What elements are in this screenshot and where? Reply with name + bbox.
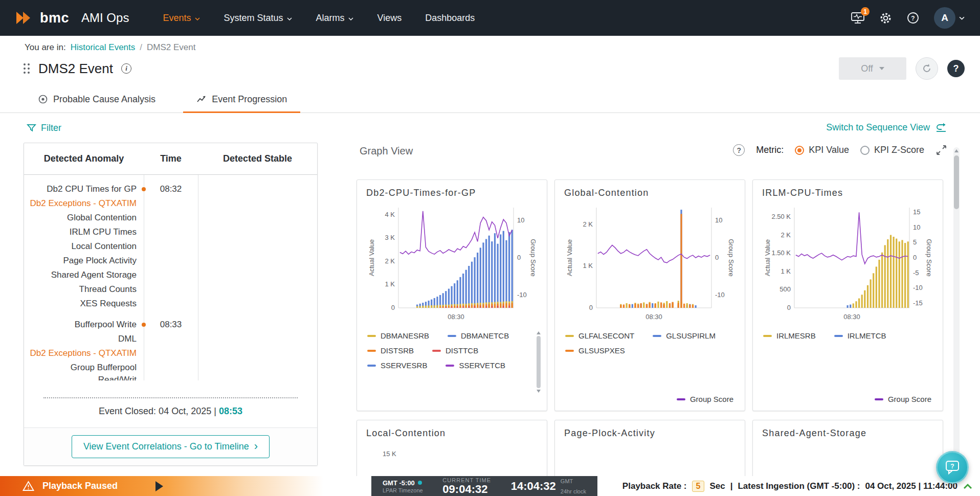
legend-item[interactable]: DISTTCB	[432, 346, 478, 355]
rate-value[interactable]: 5	[692, 481, 705, 492]
current-time-12h: 09:04:32	[442, 483, 491, 495]
table-row: XES Requests	[24, 297, 317, 311]
brand[interactable]: bmc AMI Ops	[15, 10, 129, 26]
table-row[interactable]: Db2 Exceptions - QTXATIM	[24, 346, 317, 360]
legend-item[interactable]: SSERVETCB	[446, 361, 505, 370]
chart-legend: DBMANESRBDBMANETCBDISTSRBDISTTCBSSERVESR…	[367, 331, 529, 370]
svg-text:08:30: 08:30	[448, 313, 464, 321]
svg-text:2.50 K: 2.50 K	[771, 213, 791, 220]
legend-item[interactable]: DBMANESRB	[367, 331, 429, 340]
legend-item[interactable]: GLSUSPIRLM	[653, 331, 716, 340]
legend-marker	[565, 335, 574, 337]
legend-marker	[763, 335, 772, 337]
auto-refresh-toggle[interactable]: Off	[839, 57, 906, 80]
chevron-down-icon	[348, 17, 353, 20]
metric-label: Metric:	[756, 145, 784, 155]
legend-item[interactable]: GLFALSECONT	[565, 331, 634, 340]
svg-text:500: 500	[779, 285, 791, 293]
event-progression-icon	[196, 94, 207, 104]
svg-text:2 K: 2 K	[583, 220, 593, 228]
assist-icon[interactable]: ?	[906, 11, 920, 25]
legend-marker	[367, 335, 376, 337]
svg-text:-15: -15	[913, 299, 923, 307]
svg-text:-10: -10	[913, 284, 923, 291]
legend-scrollbar[interactable]	[536, 331, 542, 393]
tab-probable-cause-analysis[interactable]: Probable Cause Analysis	[25, 86, 169, 112]
filter-icon	[27, 123, 36, 133]
radio-kpi-value[interactable]: KPI Value	[795, 145, 849, 155]
legend-item[interactable]: IRLMETCB	[834, 331, 886, 340]
nav-item-system-status[interactable]: System Status	[224, 13, 292, 24]
table-row: Group Bufferpool	[24, 360, 317, 375]
vertical-scrollbar[interactable]	[953, 147, 960, 476]
scroll-down-arrow[interactable]	[537, 390, 541, 393]
nav-item-dashboards[interactable]: Dashboards	[425, 13, 475, 24]
scrollbar-thumb[interactable]	[954, 155, 959, 209]
chevron-down-icon	[195, 17, 200, 20]
info-icon[interactable]: i	[121, 63, 131, 74]
gear-icon[interactable]	[879, 12, 892, 25]
legend-marker	[432, 350, 441, 352]
help-circle-icon[interactable]: ?	[733, 144, 745, 156]
ingestion-label: Latest Ingestion (GMT -5:00) :	[738, 481, 860, 491]
help-icon[interactable]: ?	[947, 60, 965, 77]
radio-selected-icon	[795, 146, 804, 155]
kebab-icon[interactable]	[24, 63, 30, 74]
svg-text:5: 5	[913, 238, 917, 246]
play-icon[interactable]	[155, 481, 163, 491]
timezone-block: GMT -5:00 LPAR Timezone	[383, 479, 423, 493]
nav-item-events[interactable]: Events	[163, 13, 200, 24]
radio-label: KPI Z-Score	[874, 145, 924, 155]
timezone-dot-icon	[418, 481, 422, 485]
filter-button[interactable]: Filter	[27, 123, 61, 133]
anomaly-label: Global Contention	[24, 213, 144, 223]
scrollbar-thumb[interactable]	[537, 336, 541, 388]
anomaly-group: Bufferpool Write08:33DMLDb2 Exceptions -…	[24, 318, 317, 380]
chat-help-button[interactable]: ?	[936, 451, 969, 484]
radio-kpi-zscore[interactable]: KPI Z-Score	[860, 145, 924, 155]
switch-to-sequence-view[interactable]: Switch to Sequence View	[826, 122, 947, 133]
axis-tick: 15 K	[383, 450, 396, 458]
anomaly-dot	[142, 323, 146, 327]
breadcrumb: You are in: Historical Events / DMS2 Eve…	[25, 42, 195, 53]
svg-text:10: 10	[913, 223, 920, 231]
group-score-legend[interactable]: Group Score	[677, 395, 733, 403]
group-score-legend[interactable]: Group Score	[875, 395, 931, 403]
refresh-glyph	[922, 63, 932, 74]
anomaly-label: Db2 CPU Times for GP	[24, 184, 144, 194]
anomaly-label: Read/Writ	[24, 375, 144, 380]
anomaly-label: DML	[24, 334, 144, 344]
scroll-up-arrow[interactable]	[954, 149, 959, 152]
legend-item[interactable]: GLSUSPXES	[565, 346, 625, 355]
refresh-icon[interactable]	[916, 57, 938, 80]
legend-marker	[367, 350, 376, 352]
user-menu[interactable]: A	[934, 7, 965, 29]
table-row: Thread Counts	[24, 282, 317, 297]
event-closed-text: Event Closed: 04 Oct, 2025 | 08:53	[24, 406, 317, 417]
svg-text:-5: -5	[913, 269, 919, 277]
breadcrumb-link-historical-events[interactable]: Historical Events	[71, 42, 136, 53]
table-row: Bufferpool Write08:33	[24, 318, 317, 332]
tab-bar: Probable Cause Analysis Event Progressio…	[0, 86, 980, 113]
table-row[interactable]: Db2 Exceptions - QTXATIM	[24, 196, 317, 211]
tab-event-progression[interactable]: Event Progression	[183, 86, 300, 112]
legend-item[interactable]: SSERVESRB	[367, 361, 427, 370]
toggle-label: Off	[861, 63, 873, 74]
anomaly-label: Db2 Exceptions - QTXATIM	[24, 198, 144, 209]
charts-grid: Db2-CPU-Times-for-GP01 K2 K3 K4 K-100100…	[357, 179, 950, 496]
anomaly-label: Local Contention	[24, 241, 144, 252]
table-header: Detected Anomaly Time Detected Stable	[24, 143, 317, 175]
scroll-up-arrow[interactable]	[537, 331, 541, 334]
legend-item[interactable]: DISTSRB	[367, 346, 414, 355]
rate-label: Playback Rate :	[622, 481, 687, 491]
monitor-icon[interactable]: 1	[851, 11, 865, 25]
expand-icon[interactable]	[936, 144, 947, 156]
view-correlations-button[interactable]: View Event Correlations - Go to Timeline…	[72, 435, 270, 458]
breadcrumb-prefix: You are in:	[25, 42, 66, 53]
nav-item-views[interactable]: Views	[377, 13, 402, 24]
table-row: DML	[24, 332, 317, 346]
nav-item-alarms[interactable]: Alarms	[316, 13, 353, 24]
legend-item[interactable]: DBMANETCB	[448, 331, 509, 340]
chevron-up-icon[interactable]	[963, 482, 973, 490]
legend-item[interactable]: IRLMESRB	[763, 331, 816, 340]
